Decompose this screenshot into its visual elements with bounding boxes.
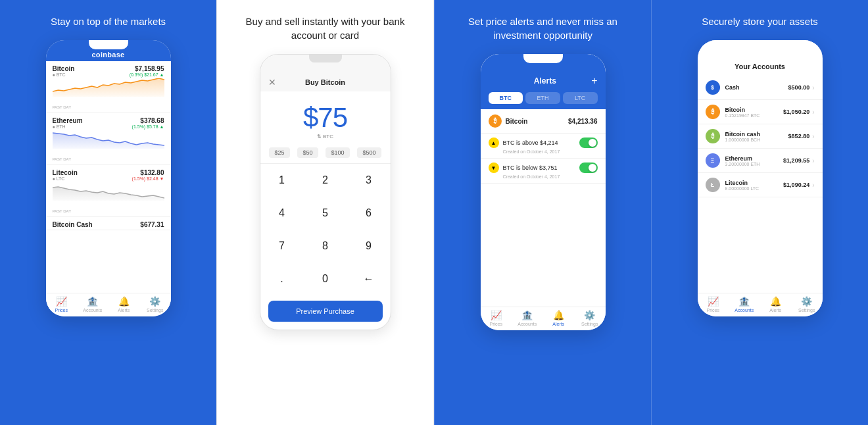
nav-accounts-accounts[interactable]: 🏦 Accounts xyxy=(729,296,760,312)
coinbase-logo: coinbase xyxy=(91,51,124,59)
ltc-price: $132.80 xyxy=(140,169,164,176)
key-4[interactable]: 4 xyxy=(260,197,304,230)
account-cash-info: Cash xyxy=(725,84,788,91)
alert-coin-price: $4,213.36 xyxy=(568,118,598,125)
cash-right: $500.00 › xyxy=(788,84,815,91)
market-item-eth[interactable]: Ethereum $378.68 ● ETH (1.5%) $5.78 ▲ xyxy=(46,113,171,165)
eth-chart xyxy=(53,130,164,149)
key-dot[interactable]: . xyxy=(260,262,304,295)
preset-50[interactable]: $50 xyxy=(297,147,318,158)
account-ethereum[interactable]: Ξ Ethereum 3.20000000 ETH $1,209.55 › xyxy=(698,149,823,173)
account-bitcoin[interactable]: ₿ Bitcoin 0.15219847 BTC $1,050.20 › xyxy=(698,100,823,124)
accounts-title: Your Accounts xyxy=(735,63,785,70)
buy-amount-display: $75 xyxy=(303,102,347,134)
cash-usd: $500.00 xyxy=(788,84,810,91)
alerts-bottom-nav: 📈 Prices 🏦 Accounts 🔔 Alerts ⚙️ Settings xyxy=(481,307,606,330)
key-5[interactable]: 5 xyxy=(304,197,347,230)
bch-right: $852.80 › xyxy=(788,133,815,140)
accounts-label-accts: Accounts xyxy=(735,308,754,312)
btc-change: (0.3%) $21.67 ▲ xyxy=(130,72,164,77)
eth-ticker: ● ETH xyxy=(53,124,66,129)
add-alert-button[interactable]: + xyxy=(591,75,597,87)
bitcoin-account-icon: ₿ xyxy=(706,105,720,119)
btc-past-day: PAST DAY xyxy=(53,105,72,109)
alert-below-left: ▼ BTC is below $3,751 xyxy=(489,162,558,173)
eth-chevron-icon: › xyxy=(812,157,814,164)
market-item-btc[interactable]: Bitcoin $7,158.95 ● BTC (0.3%) $21.67 ▲ xyxy=(46,61,171,113)
convert-arrows-icon: ⇅ xyxy=(317,134,322,139)
ltc-account-name: Litecoin xyxy=(725,180,784,186)
nav-settings-accounts[interactable]: ⚙️ Settings xyxy=(791,296,823,312)
alerts-label-alerts: Alerts xyxy=(552,322,564,326)
nav-prices-accounts[interactable]: 📈 Prices xyxy=(698,296,729,312)
phone-markets: coinbase Bitcoin $7,158.95 ● BTC (0.3%) … xyxy=(46,40,171,316)
eth-usd: $1,209.55 xyxy=(783,157,809,164)
key-2[interactable]: 2 xyxy=(304,164,347,197)
ltc-usd: $1,090.24 xyxy=(783,182,809,188)
panel-markets: Stay on top of the markets coinbase Bitc… xyxy=(0,0,216,425)
bch-usd: $852.80 xyxy=(788,133,810,139)
prices-label-alerts: Prices xyxy=(490,322,502,326)
alert-below-date: Created on October 4, 2017 xyxy=(489,174,598,179)
nav-alerts-alerts[interactable]: 🔔 Alerts xyxy=(543,310,575,326)
nav-accounts[interactable]: 🏦 Accounts xyxy=(77,296,108,312)
preset-500[interactable]: $500 xyxy=(357,147,381,158)
prices-label: Prices xyxy=(55,308,68,312)
markets-bottom-nav: 📈 Prices 🏦 Accounts 🔔 Alerts ⚙️ Settings xyxy=(46,293,171,316)
buy-amount-area: $75 ⇅ BTC xyxy=(260,91,391,145)
nav-prices[interactable]: 📈 Prices xyxy=(46,296,78,312)
bch-balance: $852.80 xyxy=(788,133,810,139)
preset-100[interactable]: $100 xyxy=(326,147,349,158)
account-litecoin[interactable]: Ł Litecoin 8.00000000 LTC $1,090.24 › xyxy=(698,173,823,197)
numpad: 1 2 3 4 5 6 7 8 9 . 0 ← xyxy=(260,164,391,295)
buy-title: Buy Bitcoin xyxy=(305,78,345,86)
settings-label-alerts: Settings xyxy=(581,322,598,326)
key-3[interactable]: 3 xyxy=(347,164,391,197)
panel-buy: Buy and sell instantly with your bank ac… xyxy=(216,0,434,425)
nav-accounts-alerts[interactable]: 🏦 Accounts xyxy=(512,310,543,326)
buy-close-button[interactable]: ✕ xyxy=(268,77,276,88)
alert-coin-bitcoin: ₿ Bitcoin $4,213.36 xyxy=(481,109,606,134)
key-1[interactable]: 1 xyxy=(260,164,304,197)
ltc-chevron-icon: › xyxy=(812,182,814,189)
preview-purchase-button[interactable]: Preview Purchase xyxy=(268,301,383,322)
key-backspace[interactable]: ← xyxy=(347,262,391,295)
bch-price: $677.31 xyxy=(140,221,164,228)
btc-chart xyxy=(53,78,164,97)
key-0[interactable]: 0 xyxy=(304,262,347,295)
key-8[interactable]: 8 xyxy=(304,230,347,262)
eth-account-name: Ethereum xyxy=(725,155,784,162)
bch-account-icon: ₿ xyxy=(706,129,720,143)
ltc-balance: $1,090.24 xyxy=(783,182,809,188)
ltc-chart xyxy=(53,182,164,201)
alert-below-toggle[interactable] xyxy=(579,162,598,173)
alerts-label-accts: Alerts xyxy=(769,308,781,312)
convert-currency: BTC xyxy=(323,134,333,139)
preset-25[interactable]: $25 xyxy=(269,147,289,158)
alert-above-row: ▲ BTC is above $4,214 xyxy=(489,138,598,148)
nav-prices-alerts[interactable]: 📈 Prices xyxy=(481,310,512,326)
alert-below-row: ▼ BTC is below $3,751 xyxy=(489,162,598,173)
alert-coin-name: Bitcoin xyxy=(506,118,528,125)
tab-eth[interactable]: ETH xyxy=(525,92,560,104)
alert-above-toggle[interactable] xyxy=(579,138,598,148)
nav-alerts[interactable]: 🔔 Alerts xyxy=(108,296,140,312)
key-9[interactable]: 9 xyxy=(347,230,391,262)
market-list: Bitcoin $7,158.95 ● BTC (0.3%) $21.67 ▲ xyxy=(46,61,171,293)
account-bch[interactable]: ₿ Bitcoin cash 1.00000000 BCH $852.80 › xyxy=(698,124,823,149)
eth-change: (1.5%) $5.78 ▲ xyxy=(132,124,164,129)
tab-btc[interactable]: BTC xyxy=(489,92,523,104)
bitcoin-usd: $1,050.20 xyxy=(783,109,809,115)
btc-price: $7,158.95 xyxy=(135,65,164,72)
key-6[interactable]: 6 xyxy=(347,197,391,230)
tab-ltc[interactable]: LTC xyxy=(563,92,598,104)
btc-alert-icon: ₿ xyxy=(489,114,502,128)
account-ltc-info: Litecoin 8.00000000 LTC xyxy=(725,180,784,191)
nav-settings-alerts[interactable]: ⚙️ Settings xyxy=(574,310,606,326)
market-item-bch[interactable]: Bitcoin Cash $677.31 xyxy=(46,217,171,230)
nav-settings[interactable]: ⚙️ Settings xyxy=(139,296,171,312)
market-item-ltc[interactable]: Litecoin $132.80 ● LTC (1.5%) $2.48 ▼ xyxy=(46,165,171,217)
key-7[interactable]: 7 xyxy=(260,230,304,262)
nav-alerts-accounts[interactable]: 🔔 Alerts xyxy=(760,296,792,312)
account-cash[interactable]: $ Cash $500.00 › xyxy=(698,76,823,100)
